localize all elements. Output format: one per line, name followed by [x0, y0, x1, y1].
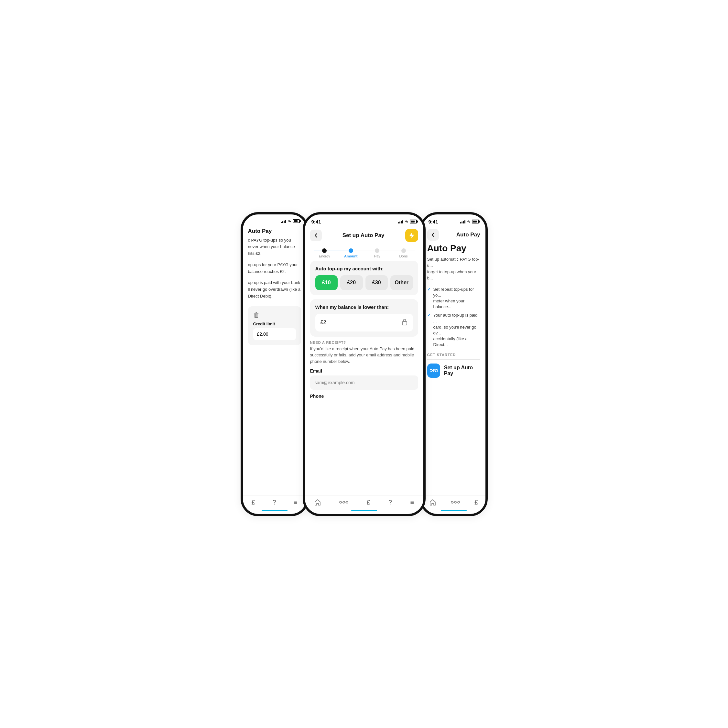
left-body2: op-ups for your PAYG your balance reache…: [248, 262, 301, 275]
setup-autopay-label: Set up Auto Pay: [444, 365, 480, 376]
step-amount: Amount: [338, 248, 364, 258]
left-nav-pound[interactable]: £: [252, 499, 255, 506]
infinity-icon: [427, 364, 440, 378]
check-item-1: ✓ Set repeat top-ups for yo...meter when…: [427, 286, 480, 310]
center-phone: 9:41 ∿ Set up Auto Pay: [303, 212, 426, 516]
right-wifi-icon: ∿: [467, 219, 470, 224]
right-back-button[interactable]: [427, 229, 439, 241]
right-nav-header: Auto Pay: [422, 226, 485, 243]
topup-card: Auto top-up my account with: £10 £20 £30…: [310, 261, 418, 295]
left-nav-header: Auto Pay: [243, 225, 306, 237]
phone-label: Phone: [310, 394, 418, 399]
center-battery-icon: [410, 220, 417, 223]
amount-btn-other[interactable]: Other: [390, 275, 413, 290]
left-credit-label: Credit limit: [253, 321, 296, 326]
step-label-energy: Energy: [319, 254, 330, 258]
left-phone: ∿ Auto Pay c PAYG top-ups so you never w…: [241, 212, 309, 516]
receipt-desc: If you'd like a receipt when your Auto P…: [310, 346, 418, 365]
lightning-button[interactable]: [405, 229, 418, 242]
center-wifi-icon: ∿: [405, 219, 408, 224]
center-nav-header: Set up Auto Pay: [305, 226, 423, 245]
left-page-title: Auto Pay: [248, 228, 272, 234]
right-nav-dots[interactable]: [451, 500, 460, 505]
email-input[interactable]: [310, 375, 418, 390]
check-text-2: Your auto top-up is paid ...card, so you…: [433, 312, 480, 348]
get-started-label: GET STARTED: [427, 353, 480, 357]
right-phone: 9:41 ∿ Auto Pay Auto Pay Set up au: [420, 212, 488, 516]
setup-autopay-button[interactable]: Set up Auto Pay: [427, 364, 480, 378]
checkmark-2: ✓: [427, 312, 431, 348]
step-dot-amount: [349, 248, 353, 253]
balance-input-row: £2: [315, 314, 413, 332]
center-screen-content: Auto top-up my account with: £10 £20 £30…: [305, 261, 423, 495]
right-battery-icon: [472, 220, 479, 223]
step-dot-energy: [322, 248, 327, 253]
amount-options: £10 £20 £30 Other: [315, 275, 413, 290]
right-status-bar: 9:41 ∿: [422, 214, 485, 226]
step-energy: Energy: [312, 248, 338, 258]
balance-value: £2: [321, 320, 326, 325]
right-content: Auto Pay Set up automatic PAYG top-u...f…: [422, 243, 485, 378]
check-text-1: Set repeat top-ups for yo...meter when y…: [433, 286, 480, 310]
progress-steps: Energy Amount Pay Done: [305, 245, 423, 261]
left-bottom-bar: [262, 510, 288, 511]
right-nav-home[interactable]: [429, 499, 436, 506]
wifi-icon: ∿: [288, 219, 291, 223]
svg-point-2: [343, 501, 345, 503]
center-nav-pound[interactable]: £: [367, 499, 370, 506]
balance-card: When my balance is lower than: £2: [310, 299, 418, 336]
center-status-bar: 9:41 ∿: [305, 214, 423, 226]
trash-icon: 🗑: [253, 312, 296, 319]
right-bottom-bar: [441, 510, 467, 511]
center-nav-dots[interactable]: [339, 500, 348, 505]
amount-btn-20[interactable]: £20: [340, 275, 363, 290]
left-body1: c PAYG top-ups so you never when your ba…: [248, 237, 301, 257]
left-content: c PAYG top-ups so you never when your ba…: [243, 237, 306, 345]
center-nav-menu[interactable]: ≡: [410, 499, 414, 506]
svg-point-1: [340, 501, 341, 503]
left-body3: op-up is paid with your bank ll never go…: [248, 280, 301, 300]
right-page-title: Auto Pay: [456, 232, 480, 238]
svg-rect-0: [402, 321, 407, 325]
balance-card-title: When my balance is lower than:: [315, 304, 413, 310]
check-item-2: ✓ Your auto top-up is paid ...card, so y…: [427, 312, 480, 348]
step-pay: Pay: [364, 248, 391, 258]
checkmark-1: ✓: [427, 286, 431, 310]
step-label-amount: Amount: [344, 254, 358, 258]
svg-point-6: [451, 501, 453, 503]
email-label: Email: [310, 369, 418, 373]
amount-btn-10[interactable]: £10: [315, 275, 338, 290]
battery-icon: [293, 219, 300, 223]
right-time: 9:41: [428, 219, 438, 225]
receipt-section: NEED A RECEIPT? If you'd like a receipt …: [310, 341, 418, 399]
center-page-title: Set up Auto Pay: [343, 232, 385, 239]
step-done: Done: [390, 248, 417, 258]
center-back-button[interactable]: [310, 229, 322, 241]
left-credit-card: 🗑 Credit limit £2.00: [248, 306, 301, 345]
step-label-done: Done: [399, 254, 408, 258]
left-nav-menu[interactable]: ≡: [294, 499, 298, 506]
left-status-bar: ∿: [243, 214, 306, 225]
step-label-pay: Pay: [374, 254, 380, 258]
svg-point-7: [454, 501, 456, 503]
lock-icon: [401, 318, 408, 327]
topup-card-title: Auto top-up my account with:: [315, 266, 413, 271]
left-credit-value: £2.00: [253, 328, 296, 340]
amount-btn-30[interactable]: £30: [366, 275, 388, 290]
center-nav-help[interactable]: ?: [388, 499, 392, 506]
center-bottom-bar: [351, 510, 377, 511]
right-desc: Set up automatic PAYG top-u...forget to …: [427, 256, 480, 281]
step-dot-pay: [375, 248, 379, 253]
step-dot-done: [401, 248, 406, 253]
center-time: 9:41: [312, 219, 321, 225]
left-nav-help[interactable]: ?: [273, 499, 276, 506]
svg-point-3: [346, 501, 348, 503]
right-nav-pound[interactable]: £: [474, 499, 478, 506]
right-heading: Auto Pay: [427, 243, 480, 254]
center-nav-home[interactable]: [314, 499, 321, 506]
receipt-label: NEED A RECEIPT?: [310, 341, 418, 344]
svg-point-8: [457, 501, 460, 503]
